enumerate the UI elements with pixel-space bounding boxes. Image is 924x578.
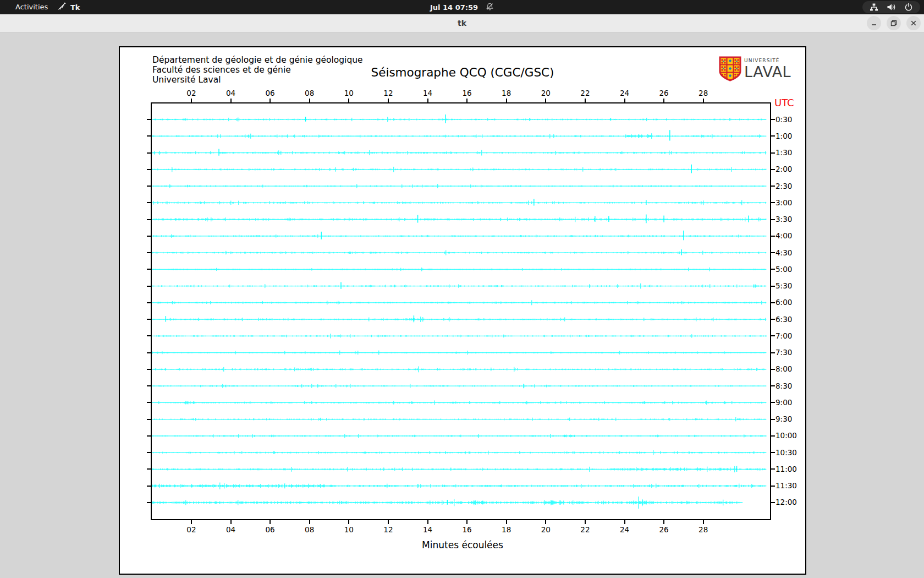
x-tick-label-bottom: 06 [266,525,275,534]
x-tick-label-bottom: 22 [580,525,590,534]
x-tick-label-bottom: 04 [226,525,235,534]
row-time-label: 4:30 [776,248,792,257]
row-time-label: 9:00 [776,398,792,407]
row-tick-right [771,186,775,187]
x-tick-label-top: 08 [305,89,314,97]
row-time-label: 7:00 [776,331,792,340]
system-status-menu[interactable] [862,1,920,13]
x-tick-bottom [388,520,389,524]
row-tick-left [147,352,151,353]
row-tick-right [771,419,775,420]
x-tick-label-top: 14 [423,89,432,97]
x-tick-label-top: 24 [620,89,629,97]
row-tick-right [771,269,775,270]
row-time-label: 2:30 [776,182,792,190]
x-tick-bottom [427,520,428,524]
row-time-label: 12:00 [776,498,797,506]
row-time-label: 11:30 [776,481,797,490]
x-tick-label-top: 10 [344,89,354,97]
x-tick-top [388,99,389,102]
top-bar: Activities Tk Jul 14 07:59 [0,0,924,14]
x-tick-label-bottom: 18 [502,525,511,534]
clock-menu[interactable]: Jul 14 07:59 [430,0,494,14]
x-tick-label-bottom: 26 [659,525,669,534]
row-tick-right [771,202,775,203]
row-tick-left [147,219,151,220]
tk-feather-icon [57,2,67,13]
universite-laval-logo: UNIVERSITÉ LAVAL [719,56,801,85]
row-tick-left [147,486,151,487]
row-time-label: 2:00 [776,165,792,173]
laval-wordmark-bottom: LAVAL [744,64,791,79]
row-time-label: 7:30 [776,348,792,357]
row-tick-left [147,468,151,470]
activities-button[interactable]: Activities [9,0,54,14]
page-title: Séismographe QCQ (CGC/GSC) [120,66,805,79]
x-tick-top [506,99,507,102]
x-tick-bottom [703,520,704,524]
row-time-label: 8:30 [776,381,792,390]
x-tick-bottom [309,520,310,524]
x-tick-top [230,99,232,102]
x-tick-top [427,99,428,102]
focused-app-indicator[interactable]: Tk [57,0,80,14]
row-time-label: 8:00 [776,364,792,373]
row-tick-left [147,186,151,187]
row-tick-left [147,269,151,270]
close-button[interactable] [906,16,921,30]
row-time-label: 3:30 [776,215,792,223]
row-tick-right [771,286,775,287]
utc-label: UTC [774,97,794,108]
x-tick-bottom [230,520,232,524]
row-tick-right [771,135,775,137]
x-tick-label-top: 16 [463,89,472,97]
x-tick-top [663,99,664,102]
row-tick-right [771,369,775,370]
x-tick-label-top: 06 [266,89,275,97]
row-tick-left [147,419,151,420]
x-tick-top [309,99,310,102]
x-tick-top [270,99,271,102]
row-time-label: 6:30 [776,315,792,324]
x-tick-bottom [270,520,271,524]
row-time-label: 3:00 [776,198,792,207]
clock-label: Jul 14 07:59 [430,3,478,12]
x-tick-label-bottom: 12 [383,525,393,534]
x-tick-label-top: 02 [186,89,196,97]
row-tick-left [147,169,151,170]
row-tick-left [147,435,151,437]
bell-muted-icon [486,2,494,13]
row-time-label: 9:30 [776,415,792,423]
row-tick-right [771,352,775,353]
row-tick-right [771,252,775,253]
row-tick-left [147,402,151,403]
row-time-label: 10:30 [776,448,797,457]
row-tick-right [771,452,775,453]
laval-shield-icon [719,74,741,84]
row-tick-right [771,319,775,320]
x-tick-top [703,99,704,102]
institution-line: Département de géologie et de génie géol… [152,55,363,65]
window-titlebar[interactable]: tk [0,14,924,32]
x-tick-bottom [506,520,507,524]
laval-wordmark: UNIVERSITÉ LAVAL [744,58,791,79]
row-tick-right [771,486,775,487]
x-tick-bottom [663,520,664,524]
row-time-label: 5:00 [776,265,792,274]
power-icon [904,3,913,12]
row-time-label: 1:30 [776,148,792,157]
x-tick-bottom [624,520,625,524]
row-tick-right [771,402,775,403]
row-tick-left [147,319,151,320]
maximize-button[interactable] [887,16,901,30]
x-tick-label-bottom: 16 [463,525,472,534]
row-time-label: 11:00 [776,465,797,473]
row-time-label: 1:00 [776,132,792,140]
row-tick-right [771,219,775,220]
x-tick-label-bottom: 10 [344,525,354,534]
row-tick-right [771,302,775,303]
row-tick-left [147,286,151,287]
minimize-button[interactable] [867,16,881,30]
row-tick-left [147,369,151,370]
row-tick-right [771,435,775,437]
